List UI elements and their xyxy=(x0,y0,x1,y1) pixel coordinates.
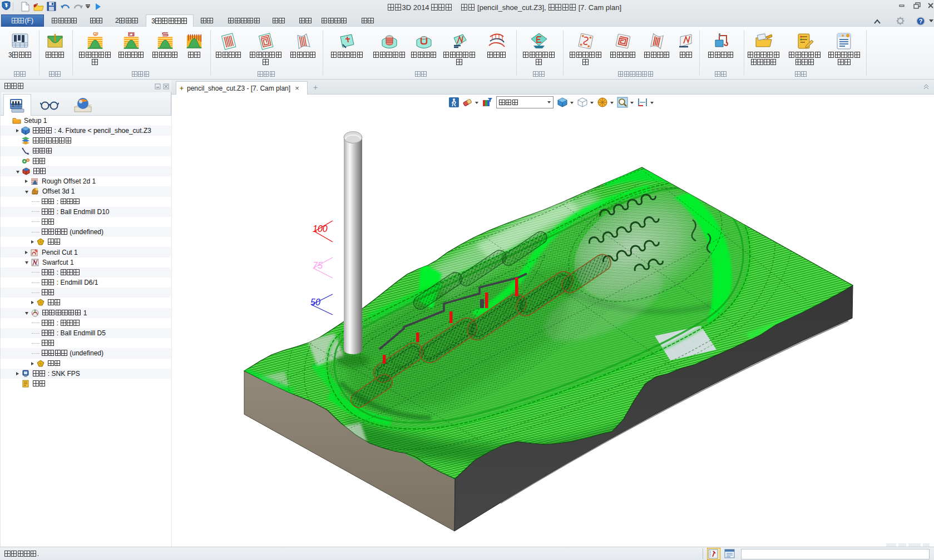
svg-text:75: 75 xyxy=(313,261,323,270)
svg-text:?: ? xyxy=(919,18,923,24)
svg-text:100: 100 xyxy=(313,224,328,234)
svg-text:50: 50 xyxy=(310,298,320,307)
